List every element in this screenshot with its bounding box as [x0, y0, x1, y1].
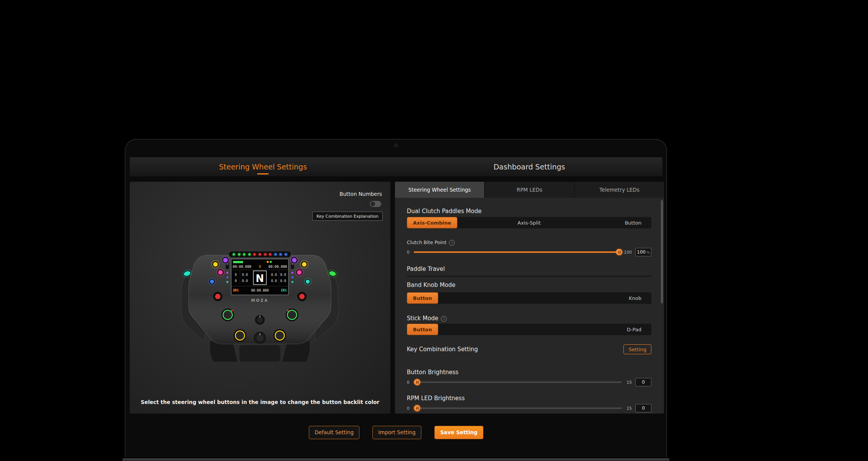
- band-knob-mode-label: Band Knob Mode: [407, 282, 651, 288]
- band-knob-option-button[interactable]: Button: [407, 292, 438, 304]
- import-setting-button[interactable]: Import Setting: [372, 426, 421, 439]
- save-setting-button[interactable]: Save Setting: [434, 426, 483, 439]
- clutch-bite-point-slider-row: 0 100 100 %: [407, 248, 651, 256]
- screen-cell: 0.0: [280, 279, 286, 283]
- screen-time-right: 00:00.000: [268, 265, 287, 269]
- clutch-bite-point-slider[interactable]: [414, 251, 619, 253]
- wheel-knob-center-lower[interactable]: [254, 332, 266, 344]
- button-brightness-slider-row: 0 15 0: [407, 378, 651, 386]
- screen-lap: 0: [259, 264, 261, 269]
- main-tab-dashboard-label: Dashboard Settings: [493, 163, 565, 171]
- tab-rpm-leds[interactable]: RPM LEDs: [485, 182, 575, 198]
- info-icon[interactable]: [441, 316, 447, 322]
- slider-max-label: 15: [627, 380, 632, 385]
- settings-tab-bar: Steering Wheel Settings RPM LEDs Telemet…: [395, 182, 664, 198]
- wheel-knob-yellow-left[interactable]: [234, 329, 246, 342]
- slider-max-label: 100: [624, 250, 632, 255]
- clutch-bite-point-slider-thumb[interactable]: [616, 249, 623, 256]
- dual-clutch-option-axis-split[interactable]: Axis-Split: [517, 220, 541, 226]
- wheel-button-pink-left[interactable]: [216, 268, 225, 277]
- key-combination-explanation-button[interactable]: Key Combination Explanation: [312, 212, 383, 221]
- paddle-travel-label: Paddle Travel: [407, 266, 651, 272]
- button-brightness-slider[interactable]: [414, 381, 622, 383]
- screen-cell: 0.0: [280, 273, 286, 277]
- wheel-button-yellow-left[interactable]: [211, 260, 220, 269]
- stick-mode-label-row: Stick Mode: [407, 314, 651, 322]
- wheel-button-purple-left[interactable]: [221, 256, 230, 264]
- default-setting-button[interactable]: Default Setting: [309, 426, 359, 439]
- dual-clutch-option-button[interactable]: Button: [625, 220, 641, 226]
- band-knob-mode-segmented: Button Knob: [407, 292, 651, 304]
- main-header: Steering Wheel Settings Dashboard Settin…: [130, 157, 662, 176]
- dual-clutch-option-axis-combine[interactable]: Axis-Combine: [407, 217, 457, 228]
- app-window: Steering Wheel Settings Dashboard Settin…: [125, 139, 667, 461]
- screen-cell: 0: [235, 273, 237, 277]
- rpm-led-brightness-slider[interactable]: [414, 407, 622, 409]
- rpm-led-brightness-slider-thumb[interactable]: [414, 405, 421, 412]
- wheel-knob-yellow-right[interactable]: [274, 329, 286, 342]
- wheel-button-red-right[interactable]: [298, 292, 307, 301]
- rpm-led-brightness-value-text: 0: [642, 406, 645, 411]
- slider-min-label: 0: [407, 380, 411, 385]
- wheel-button-yellow-right[interactable]: [300, 260, 308, 269]
- button-brightness-label: Button Brightness: [407, 369, 651, 376]
- clutch-bite-point-value[interactable]: 100 %: [635, 248, 651, 256]
- slider-fill: [414, 251, 619, 253]
- clutch-bite-point-unit: %: [646, 250, 650, 254]
- stick-mode-option-button[interactable]: Button: [407, 324, 438, 335]
- footer-button-bar: Default Setting Import Setting Save Sett…: [130, 421, 662, 444]
- main-tab-dashboard-settings[interactable]: Dashboard Settings: [396, 157, 662, 176]
- wheel-rpm-leds[interactable]: [229, 252, 290, 257]
- screen-time-bottom: 00:00.000: [251, 288, 269, 292]
- screen-ers: ERS: [281, 289, 287, 292]
- screen-cell: 0.0: [242, 279, 248, 283]
- wheel-screen: 00:00.000 0 00:00.000 0 0.0 0 0.0 0.0 0.…: [231, 259, 289, 295]
- info-icon[interactable]: [449, 240, 455, 246]
- stick-mode-label: Stick Mode: [407, 315, 438, 322]
- wheel-button-cyan-right[interactable]: [304, 278, 312, 285]
- webcam-dot-icon: [394, 143, 398, 147]
- rpm-led-brightness-value[interactable]: 0: [635, 404, 651, 412]
- wheel-knob-center-upper[interactable]: [255, 315, 264, 324]
- main-tab-steering-label: Steering Wheel Settings: [219, 163, 307, 171]
- button-brightness-slider-thumb[interactable]: [414, 379, 421, 386]
- key-combination-setting-label: Key Combination Setting: [407, 346, 478, 353]
- key-combination-row: Key Combination Setting Setting: [407, 344, 651, 354]
- tab-telemetry-leds[interactable]: Telemetry LEDs: [575, 182, 664, 198]
- button-numbers-toggle[interactable]: [370, 201, 381, 207]
- laptop-base: [122, 458, 669, 461]
- wheel-preview-panel: Button Numbers Key Combination Explanati…: [130, 182, 390, 414]
- main-tab-steering-wheel-settings[interactable]: Steering Wheel Settings: [130, 157, 396, 176]
- clutch-bite-point-label-row: Clutch Bite Point: [407, 238, 651, 246]
- button-brightness-value-text: 0: [642, 380, 645, 385]
- button-brightness-value[interactable]: 0: [635, 378, 651, 386]
- tab-steering-wheel-settings[interactable]: Steering Wheel Settings: [395, 182, 485, 198]
- rpm-led-brightness-slider-row: 0 15 0: [407, 404, 651, 412]
- steering-wheel-image-wrap: 00:00.000 0 00:00.000 0 0.0 0 0.0 0.0 0.…: [176, 250, 344, 363]
- wheel-button-purple-right[interactable]: [290, 256, 299, 264]
- wheel-button-blue-left[interactable]: [208, 278, 216, 285]
- screen-drs: DRS: [233, 289, 239, 292]
- steering-wheel-image[interactable]: 00:00.000 0 00:00.000 0 0.0 0 0.0 0.0 0.…: [176, 250, 344, 363]
- clutch-bite-point-value-text: 100: [637, 249, 646, 255]
- screen-cell: 0: [235, 279, 237, 283]
- settings-content: Dual Clutch Paddles Mode Axis-Combine Ax…: [407, 198, 651, 412]
- screen-time-left: 00:00.000: [233, 265, 251, 269]
- stick-mode-option-dpad[interactable]: D-Pad: [627, 327, 641, 332]
- wheel-knob-green-left[interactable]: [222, 309, 234, 321]
- settings-panel: Steering Wheel Settings RPM LEDs Telemet…: [395, 182, 664, 414]
- rpm-led-brightness-label: RPM LED Brightness: [407, 395, 651, 402]
- dual-clutch-mode-segmented: Axis-Combine Axis-Split Button: [407, 217, 651, 228]
- wheel-button-red-left[interactable]: [214, 292, 222, 301]
- wheel-knob-green-right[interactable]: [286, 309, 299, 321]
- key-combination-setting-button[interactable]: Setting: [623, 344, 651, 354]
- slider-min-label: 0: [407, 406, 411, 411]
- dual-clutch-mode-label: Dual Clutch Paddles Mode: [407, 198, 651, 215]
- stick-mode-segmented: Button D-Pad: [407, 324, 651, 335]
- screen-cell: 0.0: [271, 279, 277, 283]
- band-knob-option-knob[interactable]: Knob: [629, 295, 641, 301]
- paddle-travel-slider[interactable]: [407, 275, 651, 277]
- wheel-button-pink-right[interactable]: [295, 268, 303, 277]
- slider-max-label: 15: [627, 406, 632, 411]
- right-panel-scrollbar[interactable]: [661, 200, 663, 303]
